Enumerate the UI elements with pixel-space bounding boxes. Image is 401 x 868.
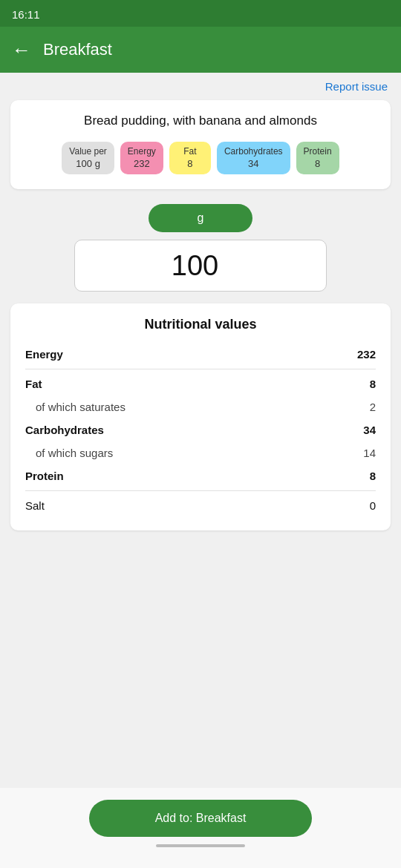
nutrition-row-energy: Energy 232 [25,343,376,366]
badge-carbs: Carbohydrates 34 [217,142,290,174]
protein-value: 8 [370,470,376,482]
badge-fat: Fat 8 [169,142,211,174]
badge-per100-value: 100 g [69,158,106,171]
food-name: Bread pudding, with banana and almonds [24,114,377,128]
badge-carbs-value: 34 [224,158,283,171]
badge-energy-label: Energy [128,146,156,158]
badge-energy-value: 232 [128,158,156,171]
energy-value: 232 [357,348,376,361]
unit-button[interactable]: g [149,204,252,232]
badge-protein-value: 8 [304,158,332,171]
amount-input[interactable] [74,240,327,292]
badge-per100-label: Value per [69,146,106,158]
carbs-label: Carbohydrates [25,424,104,436]
report-issue-link[interactable]: Report issue [325,80,388,93]
nutrition-row-saturates: of which saturates 2 [25,395,376,418]
badge-protein-label: Protein [304,146,332,158]
protein-label: Protein [25,470,64,482]
nutrition-card: Nutritional values Energy 232 Fat 8 of w… [10,303,391,530]
badge-per100: Value per 100 g [62,142,114,174]
add-to-breakfast-button[interactable]: Add to: Breakfast [89,800,312,837]
nutrient-badges: Value per 100 g Energy 232 Fat 8 Carbohy… [24,142,377,174]
energy-label: Energy [25,348,63,361]
unit-section: g [0,204,401,232]
nutrition-row-sugars: of which sugars 14 [25,441,376,464]
food-card: Bread pudding, with banana and almonds V… [10,100,391,189]
status-bar: 16:11 [0,0,401,27]
saturates-value: 2 [370,401,376,413]
divider-energy [25,369,376,369]
salt-value: 0 [370,499,376,512]
carbs-value: 34 [363,424,376,436]
saturates-label: of which saturates [36,401,125,413]
badge-energy: Energy 232 [120,142,163,174]
nutrition-row-protein: Protein 8 [25,464,376,487]
divider-protein [25,490,376,491]
nutrition-row-fat: Fat 8 [25,372,376,395]
fat-value: 8 [370,378,376,390]
nutrition-row-salt: Salt 0 [25,494,376,517]
sugars-value: 14 [363,447,376,459]
amount-section [10,240,391,292]
nutrition-title: Nutritional values [25,317,376,332]
report-issue-row: Report issue [0,73,401,97]
back-button[interactable]: ← [12,40,31,59]
fat-label: Fat [25,378,42,390]
bottom-bar: Add to: Breakfast [0,788,401,868]
nutrition-row-carbs: Carbohydrates 34 [25,418,376,441]
sugars-label: of which sugars [36,447,113,459]
status-time: 16:11 [12,8,40,21]
badge-fat-value: 8 [177,158,203,171]
badge-protein: Protein 8 [296,142,339,174]
app-bar: ← Breakfast [0,27,401,73]
badge-fat-label: Fat [177,146,203,158]
nav-indicator [156,844,245,847]
salt-label: Salt [25,499,45,512]
badge-carbs-label: Carbohydrates [224,146,283,158]
page-title: Breakfast [43,40,112,59]
